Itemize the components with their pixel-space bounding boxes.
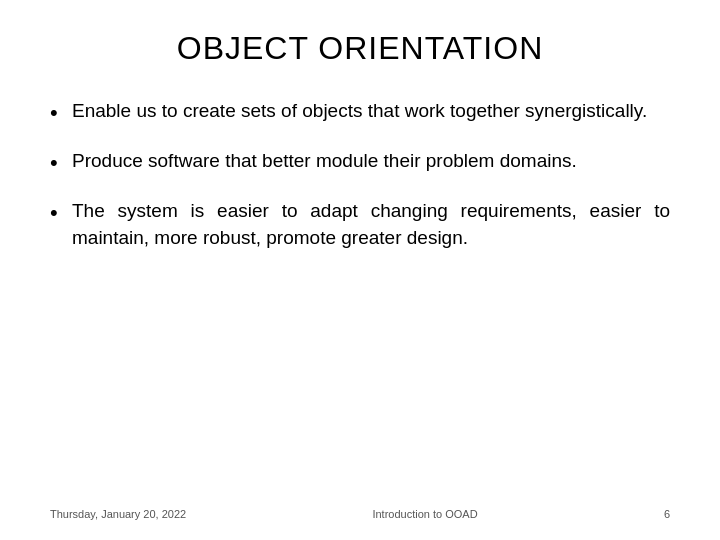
bullet-dot-1: • (50, 97, 72, 129)
bullet-dot-2: • (50, 147, 72, 179)
slide: OBJECT ORIENTATION • Enable us to create… (0, 0, 720, 540)
slide-content: • Enable us to create sets of objects th… (50, 97, 670, 498)
bullet-text-3: The system is easier to adapt changing r… (72, 197, 670, 252)
slide-footer: Thursday, January 20, 2022 Introduction … (50, 498, 670, 520)
bullet-text-1: Enable us to create sets of objects that… (72, 97, 670, 125)
footer-page-number: 6 (664, 508, 670, 520)
footer-date: Thursday, January 20, 2022 (50, 508, 186, 520)
bullet-item-1: • Enable us to create sets of objects th… (50, 97, 670, 129)
bullet-dot-3: • (50, 197, 72, 229)
slide-title: OBJECT ORIENTATION (50, 30, 670, 67)
bullet-item-3: • The system is easier to adapt changing… (50, 197, 670, 252)
bullet-text-2: Produce software that better module thei… (72, 147, 670, 175)
footer-title: Introduction to OOAD (372, 508, 477, 520)
bullet-item-2: • Produce software that better module th… (50, 147, 670, 179)
